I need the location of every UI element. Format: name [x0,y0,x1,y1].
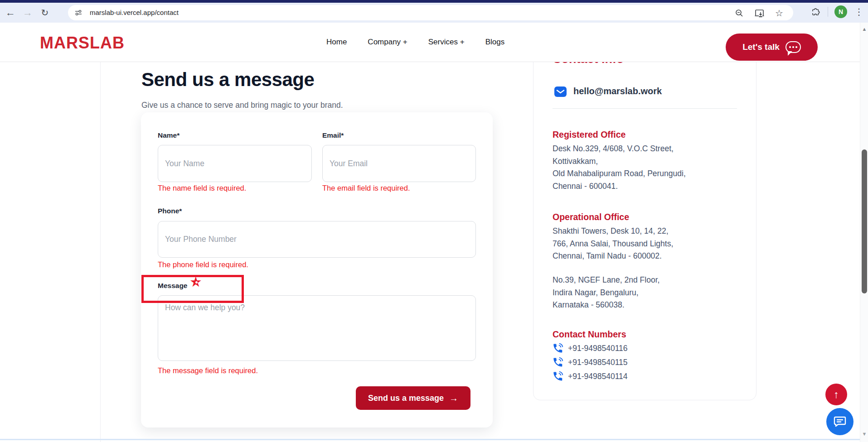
site-header: MARSLAB Home Company + Services + Blogs … [0,23,868,62]
annotation-star-icon: ★ [189,275,202,289]
send-message-label: Send us a message [368,394,444,403]
toolbar-divider [828,7,828,17]
scroll-to-top-button[interactable]: ↑ [825,384,847,405]
content-left-border [100,62,101,442]
send-message-button[interactable]: Send us a message → [356,386,470,410]
profile-avatar[interactable]: N [834,5,847,18]
browser-toolbar: ← → ↻ marslab-ui.vercel.app/contact [0,3,868,23]
email-label: Email* [322,131,344,139]
page-title: Send us a message [141,69,314,91]
nav-home[interactable]: Home [326,38,347,47]
phone-icon [553,343,563,354]
url-text[interactable]: marslab-ui.vercel.app/contact [90,9,179,16]
phone-icon [553,357,563,368]
page-subtitle: Give us a chance to serve and bring magi… [141,101,343,110]
message-textarea[interactable] [158,295,476,361]
forward-icon[interactable]: → [20,5,35,20]
zoom-out-icon[interactable] [733,7,745,19]
email-error: The email field is required. [322,184,410,192]
address-bar[interactable]: marslab-ui.vercel.app/contact ☆ [68,5,793,20]
bookmark-icon[interactable]: ☆ [773,7,785,19]
email-icon [554,86,567,97]
page: ← → ↻ marslab-ui.vercel.app/contact [0,0,868,442]
main-nav: Home Company + Services + Blogs [326,23,504,62]
phone-number-row[interactable]: +91-9498540116 [553,343,628,354]
arrow-up-icon: ↑ [834,389,839,401]
contact-numbers-heading: Contact Numbers [553,329,626,340]
address-line: 766, Anna Salai, Thousand Lights, [553,238,673,250]
phone-number[interactable]: +91-9498540114 [568,372,628,381]
name-input[interactable] [158,145,312,182]
address-line: Indira Nagar, Bengaluru, [553,287,659,299]
site-settings-icon[interactable] [74,9,82,19]
nav-blogs[interactable]: Blogs [485,38,505,47]
bottom-edge-strip [0,439,860,440]
address-line: Old Mahabalipuram Road, Perungudi, [553,168,686,180]
arrow-right-icon: → [449,393,458,404]
message-error: The message field is required. [158,366,258,375]
address-line: Chennai, Tamil Nadu - 600002. [553,250,673,263]
email-input[interactable] [322,145,476,182]
phone-number-row[interactable]: +91-9498540115 [553,357,628,368]
registered-office-heading: Registered Office [553,130,626,140]
name-label: Name* [158,131,179,139]
phone-number[interactable]: +91-9498540116 [568,344,628,353]
scrollbar-up-icon[interactable]: ▲ [860,26,868,32]
registered-office-address: Desk No.329, 4/608, V.O.C Street, Kottiv… [553,143,686,192]
page-scrollbar[interactable]: ▲ ▼ [860,23,868,442]
address-line: Shakthi Towers, Desk 10, 14, 22, [553,225,673,238]
phone-icon [553,371,563,382]
operational-office-address-2: No.39, NGEF Lane, 2nd Floor, Indira Naga… [553,274,659,312]
site-logo[interactable]: MARSLAB [40,34,125,53]
contact-info-card: Contact Info hello@marslab.work Register… [533,18,756,400]
operational-office-heading: Operational Office [553,212,629,222]
phone-number-row[interactable]: +91-9498540114 [553,371,628,382]
operational-office-address-1: Shakthi Towers, Desk 10, 14, 22, 766, An… [553,225,673,263]
lets-talk-button[interactable]: Let's talk [726,34,818,61]
browser-menu-icon[interactable]: ⋮ [853,6,864,17]
contact-form-card: Name* The name field is required. Email*… [141,112,493,428]
scrollbar-thumb[interactable] [862,149,867,293]
back-icon[interactable]: ← [3,5,18,20]
scrollbar-down-icon[interactable]: ▼ [860,431,868,437]
lets-talk-label: Let's talk [742,42,780,52]
chat-bubble-icon [786,41,801,53]
address-line: Karnataka - 560038. [553,299,659,312]
contact-email[interactable]: hello@marslab.work [573,86,662,96]
phone-error: The phone field is required. [158,260,248,269]
phone-input[interactable] [158,221,476,258]
address-line: Kottivakkam, [553,155,686,168]
contact-divider [553,108,737,109]
address-line: Chennai - 600041. [553,180,686,193]
address-line: No.39, NGEF Lane, 2nd Floor, [553,274,659,287]
refresh-icon[interactable]: ↻ [37,5,53,20]
address-line: Desk No.329, 4/608, V.O.C Street, [553,143,686,155]
install-app-icon[interactable] [753,7,765,19]
chat-widget-icon [834,416,846,428]
extensions-icon[interactable] [810,6,821,18]
phone-number[interactable]: +91-9498540115 [568,358,628,367]
name-error: The name field is required. [158,184,246,192]
phone-label: Phone* [158,207,182,215]
nav-company[interactable]: Company + [368,38,407,47]
chat-widget-button[interactable] [826,408,853,435]
nav-services[interactable]: Services + [428,38,465,47]
